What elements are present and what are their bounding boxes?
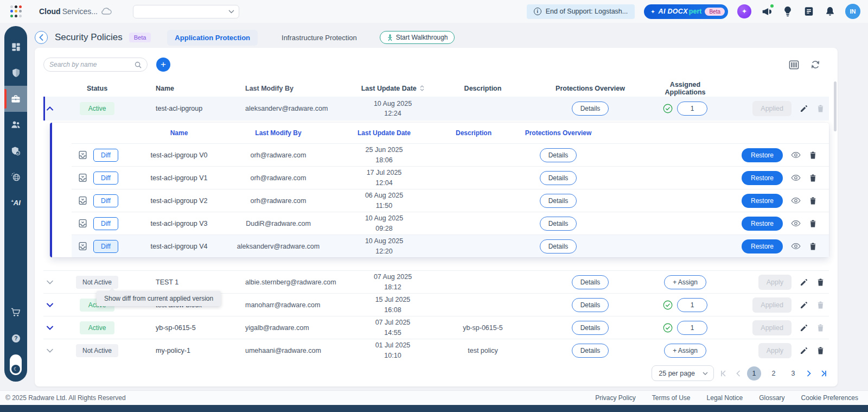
table-row[interactable]: Active test-acl-ipgroup aleksanderv@radw… bbox=[43, 97, 829, 121]
view-eye-icon[interactable] bbox=[791, 197, 801, 204]
sidebar-item-services[interactable] bbox=[4, 86, 27, 112]
refresh-icon[interactable] bbox=[809, 59, 821, 71]
sidebar-item-threat-intelligence[interactable] bbox=[4, 164, 27, 190]
col-protections-overview[interactable]: Protections Overview bbox=[532, 85, 649, 92]
edit-pencil-icon[interactable] bbox=[800, 104, 808, 113]
search-input[interactable] bbox=[49, 61, 135, 68]
table-row[interactable]: Not Active TEST 1 albie.sternberg@radwar… bbox=[43, 270, 829, 293]
edit-pencil-icon[interactable] bbox=[800, 346, 808, 355]
delete-trash-icon[interactable] bbox=[809, 219, 817, 228]
table-row[interactable]: Active yb-sp-0615-5 yigalb@radware.com 0… bbox=[43, 316, 829, 339]
per-page-selector[interactable]: 25 per page bbox=[652, 365, 714, 381]
release-notes-icon[interactable] bbox=[803, 5, 815, 17]
footer-link-cookie-preferences[interactable]: Cookie Preferences bbox=[801, 394, 858, 402]
end-of-support-notice[interactable]: i End of Support: Logstash... bbox=[527, 4, 635, 19]
diff-button[interactable]: Diff bbox=[93, 217, 118, 230]
sidebar-item-ai[interactable]: +AI bbox=[4, 190, 27, 216]
footer-link-legal-notice[interactable]: Legal Notice bbox=[707, 394, 743, 402]
sidebar-item-account-protection[interactable] bbox=[4, 138, 27, 164]
restore-button[interactable]: Restore bbox=[742, 194, 783, 208]
col-assigned-applications[interactable]: Assigned Applications bbox=[649, 81, 722, 96]
page-3-button[interactable]: 3 bbox=[786, 366, 800, 381]
expand-row-chevron-down-icon[interactable] bbox=[47, 348, 53, 353]
version-details-button[interactable]: Details bbox=[540, 171, 577, 185]
table-row[interactable]: Not Active my-policy-1 umehaani@radware.… bbox=[43, 339, 829, 362]
col-name[interactable]: Name bbox=[138, 85, 244, 92]
start-walkthrough-button[interactable]: Start Walkthrough bbox=[380, 31, 455, 44]
search-box[interactable] bbox=[43, 58, 148, 72]
prev-page-button[interactable] bbox=[735, 369, 742, 378]
delete-trash-icon[interactable] bbox=[816, 346, 825, 355]
ideas-icon[interactable] bbox=[782, 5, 794, 17]
delete-trash-icon[interactable] bbox=[816, 104, 825, 113]
version-details-button[interactable]: Details bbox=[540, 217, 577, 231]
view-eye-icon[interactable] bbox=[791, 243, 801, 250]
version-details-button[interactable]: Details bbox=[540, 239, 577, 253]
details-button[interactable]: Details bbox=[572, 344, 609, 358]
assigned-count-button[interactable]: 1 bbox=[677, 102, 707, 116]
app-grid-logo-icon[interactable] bbox=[10, 5, 23, 18]
assigned-count-button[interactable]: 1 bbox=[677, 298, 707, 312]
expand-row-chevron-down-icon[interactable] bbox=[47, 280, 53, 284]
delete-trash-icon[interactable] bbox=[809, 242, 817, 251]
details-button[interactable]: Details bbox=[572, 321, 609, 335]
tab-infrastructure-protection[interactable]: Infrastructure Protection bbox=[274, 30, 365, 46]
user-avatar[interactable]: IN bbox=[845, 4, 860, 19]
account-selector[interactable] bbox=[133, 5, 239, 18]
sidebar-item-protection[interactable] bbox=[4, 60, 27, 86]
footer-link-privacy-policy[interactable]: Privacy Policy bbox=[595, 394, 636, 402]
assigned-count-button[interactable]: 1 bbox=[677, 321, 707, 335]
diff-button[interactable]: Diff bbox=[93, 194, 118, 207]
sidebar-item-marketplace[interactable] bbox=[4, 299, 27, 325]
sidebar-item-users[interactable] bbox=[4, 112, 27, 138]
first-page-button[interactable] bbox=[719, 369, 729, 378]
restore-button[interactable]: Restore bbox=[742, 148, 783, 162]
version-details-button[interactable]: Details bbox=[540, 148, 577, 162]
announcements-icon[interactable] bbox=[761, 5, 773, 17]
ai-docxpert-button[interactable]: ✦ AI DOCX pert Beta bbox=[644, 4, 728, 19]
assign-button[interactable]: + Assign bbox=[664, 344, 706, 358]
details-button[interactable]: Details bbox=[572, 275, 609, 289]
edit-pencil-icon[interactable] bbox=[800, 301, 808, 309]
details-button[interactable]: Details bbox=[572, 102, 609, 116]
sidebar-item-help[interactable]: ? bbox=[4, 325, 27, 351]
last-page-button[interactable] bbox=[818, 369, 828, 378]
view-eye-icon[interactable] bbox=[791, 151, 801, 159]
delete-trash-icon[interactable] bbox=[816, 278, 825, 287]
edit-pencil-icon[interactable] bbox=[800, 324, 808, 332]
view-eye-icon[interactable] bbox=[791, 220, 801, 227]
expand-row-chevron-down-icon[interactable] bbox=[47, 303, 53, 307]
version-details-button[interactable]: Details bbox=[540, 194, 577, 208]
footer-link-terms-of-use[interactable]: Terms of Use bbox=[652, 394, 691, 402]
table-scrollbar[interactable] bbox=[834, 81, 837, 131]
column-settings-icon[interactable] bbox=[788, 59, 800, 71]
theme-toggle[interactable]: ☾ bbox=[10, 354, 22, 375]
page-1-button[interactable]: 1 bbox=[747, 366, 761, 381]
next-page-button[interactable] bbox=[806, 369, 813, 378]
diff-button[interactable]: Diff bbox=[93, 172, 118, 185]
restore-button[interactable]: Restore bbox=[742, 217, 783, 231]
sidebar-item-dashboard[interactable] bbox=[4, 34, 27, 60]
collapse-row-chevron-up-icon[interactable] bbox=[47, 106, 53, 111]
page-2-button[interactable]: 2 bbox=[767, 366, 781, 381]
restore-button[interactable]: Restore bbox=[742, 239, 783, 253]
col-last-update-date[interactable]: Last Update Date bbox=[352, 85, 434, 92]
delete-trash-icon[interactable] bbox=[809, 174, 817, 182]
delete-trash-icon[interactable] bbox=[816, 301, 825, 309]
apply-button[interactable]: Apply bbox=[758, 343, 792, 358]
diff-button[interactable]: Diff bbox=[93, 149, 118, 162]
restore-button[interactable]: Restore bbox=[742, 171, 783, 185]
assistant-icon[interactable]: ✦ bbox=[737, 4, 751, 18]
edit-pencil-icon[interactable] bbox=[800, 278, 808, 287]
apply-button[interactable]: Apply bbox=[758, 275, 792, 290]
expand-row-chevron-down-icon[interactable] bbox=[47, 326, 53, 330]
col-last-modify-by[interactable]: Last Modify By bbox=[244, 85, 352, 92]
details-button[interactable]: Details bbox=[572, 298, 609, 312]
assign-button[interactable]: + Assign bbox=[664, 275, 706, 289]
notifications-bell-icon[interactable] bbox=[824, 5, 836, 17]
footer-link-glossary[interactable]: Glossary bbox=[759, 394, 784, 402]
delete-trash-icon[interactable] bbox=[809, 197, 817, 205]
add-policy-button[interactable]: + bbox=[156, 58, 170, 72]
col-description[interactable]: Description bbox=[434, 85, 532, 92]
col-status[interactable]: Status bbox=[56, 85, 138, 92]
